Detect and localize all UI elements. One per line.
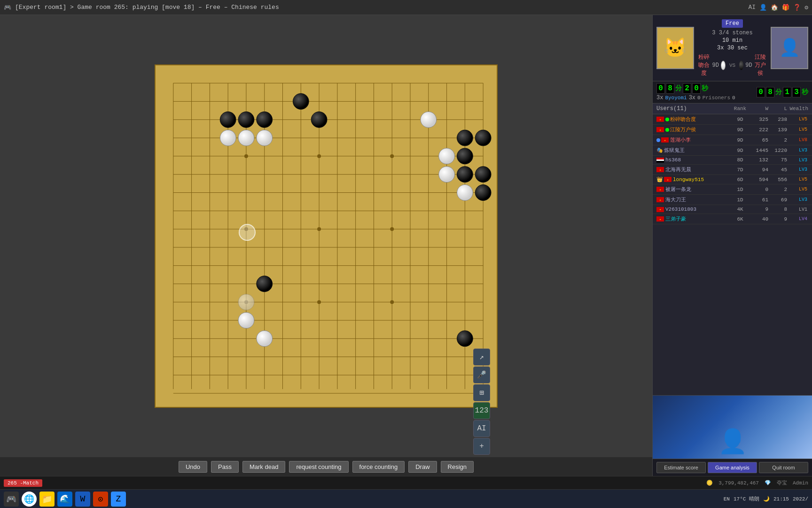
quit-room-button[interactable]: Quit room xyxy=(759,462,808,473)
svg-point-67 xyxy=(257,331,273,347)
flag-cn: ★ xyxy=(664,177,671,182)
left-prisoners: 0 xyxy=(697,95,701,101)
resign-button[interactable]: Resign xyxy=(441,461,474,473)
taskbar: 🎮 🌐 📁 🌊 W ⊙ Z EN 17°C 晴朗 🌙 21:15 2022/ xyxy=(0,489,812,508)
byoyomi-mult: 3x xyxy=(656,95,663,101)
add-button[interactable]: + xyxy=(473,438,490,455)
svg-point-43 xyxy=(390,227,394,231)
user-row[interactable]: ★ 海大刀王 1D 61 69 LV3 xyxy=(653,195,812,205)
user-row[interactable]: ★ 江陵万户侯 9D 222 139 LV5 xyxy=(653,125,812,135)
user-name: 三弟子豪 xyxy=(665,215,731,222)
video-person-icon: 👤 xyxy=(718,429,747,456)
user-row[interactable]: ★ 莲湖小李 9D 65 2 LV8 xyxy=(653,135,812,145)
help-icon: ❓ xyxy=(793,4,801,11)
moon-icon: 🌙 xyxy=(763,496,770,502)
zoom-icon[interactable]: Z xyxy=(111,492,126,507)
svg-point-39 xyxy=(244,300,248,304)
special-dot xyxy=(656,138,660,142)
online-dot xyxy=(665,128,669,132)
svg-point-37 xyxy=(390,154,394,158)
username-display: 夺宝 xyxy=(777,479,787,486)
video-panel: 👤 xyxy=(653,395,812,459)
user-name: hs368 xyxy=(665,157,731,163)
user-name: 海大刀王 xyxy=(665,196,731,203)
users-list: ★ 粉碎吻合度 9D 325 238 LV5 ★ 江陵万户侯 9D 222 13… xyxy=(653,114,812,224)
svg-point-54 xyxy=(475,167,491,183)
share-button[interactable]: ↗ xyxy=(473,349,490,365)
player1-stone xyxy=(721,61,726,70)
user-row[interactable]: ★ 被屠一条龙 1D 0 2 LV5 xyxy=(653,184,812,195)
edge-icon[interactable]: 🌊 xyxy=(57,492,72,507)
undo-button[interactable]: Undo xyxy=(179,461,207,473)
svg-point-61 xyxy=(257,130,273,146)
pass-button[interactable]: Pass xyxy=(211,461,239,473)
mark-dead-button[interactable]: Mark dead xyxy=(242,461,285,473)
lang-indicator: EN xyxy=(724,496,730,502)
game-analysis-button[interactable]: Game analysis xyxy=(708,462,757,473)
request-counting-button[interactable]: request counting xyxy=(289,461,348,473)
user-row[interactable]: ★ 北海再无晨 7D 94 45 LV3 xyxy=(653,165,812,175)
word-icon[interactable]: W xyxy=(75,492,90,507)
date-display: 2022/ xyxy=(793,496,808,502)
timer-inner: 0 8 分 2 0 秒 3x Byoyomi 3x 0 Prisoners 0 xyxy=(656,83,808,101)
svg-point-58 xyxy=(421,111,437,127)
layout-button[interactable]: ⊞ xyxy=(473,384,490,401)
go-board[interactable] xyxy=(155,64,498,408)
stones-info: 3 3/4 stones xyxy=(698,30,767,36)
vs-text: VS xyxy=(729,63,735,68)
svg-point-56 xyxy=(257,276,273,292)
app-icon: 🎮 xyxy=(4,4,11,11)
svg-point-48 xyxy=(238,111,254,127)
ai-button[interactable]: AI xyxy=(473,420,490,437)
special-icon: 🎭 xyxy=(656,147,663,153)
center-info: Free 3 3/4 stones 10 min 3x 30 sec 粉碎吻合度… xyxy=(698,19,767,77)
start-button[interactable]: 🎮 xyxy=(4,492,19,507)
folder-icon[interactable]: 📁 xyxy=(39,492,55,507)
user-name: 江陵万户侯 xyxy=(670,126,731,133)
timer-right: 0 8 分 1 3 秒 xyxy=(757,87,808,97)
svg-point-40 xyxy=(390,300,394,304)
flag-cn: ★ xyxy=(661,137,669,143)
chrome-icon[interactable]: 🌐 xyxy=(22,492,37,507)
user-row[interactable]: ★ 粉碎吻合度 9D 325 238 LV5 xyxy=(653,114,812,125)
main-content: Undo Pass Mark dead request counting for… xyxy=(0,15,812,476)
weather: 17°C 晴朗 xyxy=(734,495,759,502)
svg-point-42 xyxy=(317,154,321,158)
taskbar-right: EN 17°C 晴朗 🌙 21:15 2022/ xyxy=(724,495,808,502)
diamond-icon: 💎 xyxy=(765,480,771,486)
player2-stone xyxy=(739,61,743,70)
flag-cn: ★ xyxy=(656,187,664,192)
mic-button[interactable]: 🎤 xyxy=(473,366,490,383)
player2-name-rank: 9D 江陵万户侯 xyxy=(739,53,767,77)
side-tools: ↗ 🎤 ⊞ 123 AI + xyxy=(473,349,490,455)
count-button[interactable]: 123 xyxy=(473,402,490,419)
ai-icon: AI xyxy=(749,4,756,11)
svg-point-47 xyxy=(220,111,236,127)
flag-cn: ★ xyxy=(656,167,664,172)
coin-amount: 3,799,482,467 xyxy=(718,480,759,486)
user-row[interactable]: 🎭 炼狱鬼王 9D 1445 1220 LV3 xyxy=(653,145,812,156)
estimate-score-button[interactable]: Estimate score xyxy=(656,462,706,473)
time-display: 21:15 xyxy=(773,496,789,502)
flag-cn: ★ xyxy=(656,117,664,122)
user-row[interactable]: hs368 8D 132 75 LV3 xyxy=(653,156,812,165)
user-row[interactable]: ★ 三弟子豪 6K 40 9 LV4 xyxy=(653,214,812,224)
user-row[interactable]: 👑 ★ longway515 6D 594 556 LV5 xyxy=(653,175,812,184)
user-name: 莲湖小李 xyxy=(670,136,731,143)
board-wrapper[interactable] xyxy=(0,15,652,457)
app-icon-2[interactable]: ⊙ xyxy=(93,492,108,507)
flag-eg xyxy=(656,158,664,163)
force-counting-button[interactable]: force counting xyxy=(352,461,405,473)
left-digits: 0 8 分 2 0 秒 xyxy=(656,83,708,94)
board-area: Undo Pass Mark dead request counting for… xyxy=(0,15,652,476)
svg-point-64 xyxy=(457,185,473,201)
timer-panel: 0 8 分 2 0 秒 3x Byoyomi 3x 0 Prisoners 0 xyxy=(653,81,812,103)
draw-button[interactable]: Draw xyxy=(408,461,437,473)
player1-avatar: 🐱 xyxy=(656,27,694,69)
right-prisoners: 0 xyxy=(732,95,735,101)
user-name: 北海再无晨 xyxy=(665,166,731,173)
svg-point-63 xyxy=(439,167,455,183)
free-badge: Free xyxy=(722,19,743,28)
user-row[interactable]: ★ V263101803 4K 9 8 LV1 xyxy=(653,205,812,214)
flag-cn: ★ xyxy=(656,127,664,132)
